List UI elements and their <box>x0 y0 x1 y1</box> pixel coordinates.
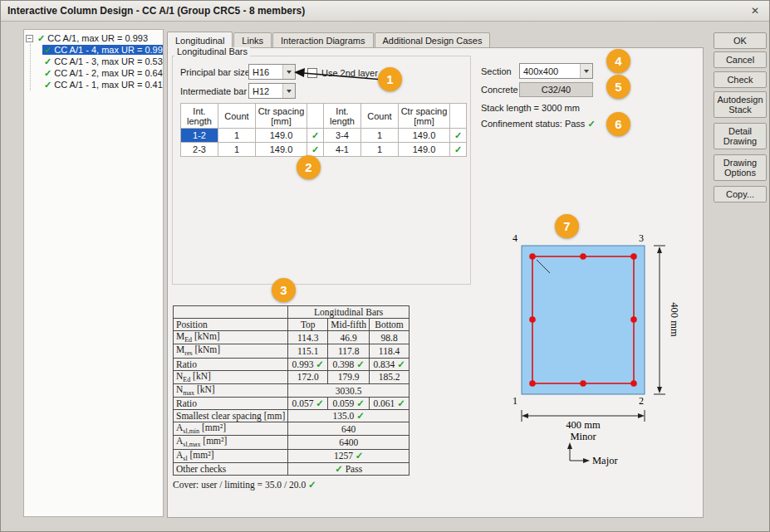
value-cell: 6400 <box>288 436 410 449</box>
blank-cell <box>174 306 288 319</box>
ctr-spacing-cell[interactable]: 149.0 <box>399 129 450 143</box>
int-length-cell[interactable]: 1-2 <box>181 129 218 143</box>
pass-check-icon: ✓ <box>44 56 51 66</box>
close-button[interactable]: ✕ <box>746 2 764 20</box>
ned-label: NEd [kN] <box>174 370 288 383</box>
results-group-title: Longitudinal Bars <box>288 306 410 319</box>
corner-2-label: 2 <box>639 395 644 407</box>
ctr-spacing-cell[interactable]: 149.0 <box>256 129 307 143</box>
arrow-down-icon <box>657 387 662 393</box>
concrete-button[interactable]: C32/40 <box>519 82 593 97</box>
table-row: Asl,min [mm²] 640 <box>174 422 410 436</box>
header-ctr-spacing: Ctr spacing [mm] <box>256 104 307 129</box>
ratio-label: Ratio <box>174 398 288 410</box>
stack-length-text: Stack length = 3000 mm <box>481 103 580 113</box>
header-ctr-spacing: Ctr spacing [mm] <box>399 104 450 129</box>
drawing-options-button[interactable]: Drawing Options <box>714 154 767 181</box>
tab-longitudinal[interactable]: Longitudinal <box>167 32 233 48</box>
ctr-spacing-cell[interactable]: 149.0 <box>399 143 450 157</box>
check-button[interactable]: Check <box>714 71 767 88</box>
table-row: Ratio 0.057 ✓ 0.059 ✓ 0.061 ✓ <box>174 398 410 410</box>
height-dimension <box>654 246 665 394</box>
pass-check-icon: ✓ <box>450 143 467 157</box>
copy-button[interactable]: Copy... <box>714 186 767 203</box>
pass-check-icon: ✓ <box>587 119 595 129</box>
section-select[interactable]: 400x400 <box>519 63 593 79</box>
tree-item-label: CC A/1 - 3, max UR = 0.535 <box>54 56 164 66</box>
tab-links[interactable]: Links <box>233 32 272 47</box>
member-tree: −✓ CC A/1, max UR = 0.993 ✓ CC A/1 - 4, … <box>23 29 164 517</box>
value-cell: 0.059 ✓ <box>328 398 370 410</box>
value-cell: 3030.5 <box>288 383 410 397</box>
confinement-status-text: Confinement status: Pass ✓ <box>481 119 596 129</box>
int-length-cell[interactable]: 3-4 <box>324 129 361 143</box>
col-header-mid-fifth: Mid-fifth <box>328 319 370 331</box>
count-cell[interactable]: 1 <box>218 129 256 143</box>
pass-check-icon: ✓ <box>44 80 51 90</box>
table-row: Longitudinal Bars <box>174 306 410 319</box>
pass-check-icon: ✓ <box>44 45 51 55</box>
pass-check-icon: ✓ <box>308 480 316 490</box>
value-cell: 640 <box>288 422 410 436</box>
header-status <box>450 104 467 129</box>
corner-3-label: 3 <box>639 232 644 244</box>
clear-spacing-label: Smallest clear spacing [mm] <box>174 410 288 422</box>
chevron-down-icon[interactable] <box>580 64 592 78</box>
col-header-bottom: Bottom <box>370 319 410 331</box>
table-row: NEd [kN] 172.0 179.9 185.2 <box>174 370 410 383</box>
tree-root[interactable]: −✓ CC A/1, max UR = 0.993 <box>26 32 161 44</box>
int-length-cell[interactable]: 2-3 <box>181 143 218 157</box>
header-int-length: Int. length <box>324 104 361 129</box>
header-count: Count <box>361 104 399 129</box>
tree-collapse-icon[interactable]: − <box>26 35 33 42</box>
count-cell[interactable]: 1 <box>361 129 399 143</box>
ok-button[interactable]: OK <box>714 32 767 49</box>
int-length-cell[interactable]: 4-1 <box>324 143 361 157</box>
tab-additional-design-cases[interactable]: Additional Design Cases <box>375 32 491 47</box>
cover-note: Cover: user / limiting = 35.0 / 20.0 ✓ <box>173 479 316 491</box>
ctr-spacing-cell[interactable]: 149.0 <box>256 143 307 157</box>
minor-axis-label: Minor <box>570 431 596 442</box>
detail-drawing-button[interactable]: Detail Drawing <box>714 123 767 149</box>
pass-check-icon: ✓ <box>307 143 324 157</box>
column-section-diagram: 4 3 1 2 400 mm 400 mm Minor Major <box>487 215 703 481</box>
value-cell: 0.993 ✓ <box>288 358 328 370</box>
autodesign-stack-button[interactable]: Autodesign Stack <box>714 91 767 118</box>
value-cell: 1257 ✓ <box>288 449 410 462</box>
arrow-right-icon <box>583 458 590 463</box>
table-row: MEd [kNm] 114.3 46.9 98.8 <box>174 331 410 344</box>
table-row: Ratio 0.993 ✓ 0.398 ✓ 0.834 ✓ <box>174 358 410 370</box>
cancel-button[interactable]: Cancel <box>714 51 767 68</box>
nmax-label: Nmax [kN] <box>174 383 288 397</box>
value-cell: 117.8 <box>328 344 370 358</box>
col-header-top: Top <box>288 319 328 331</box>
arrow-up-icon <box>567 442 572 449</box>
principal-bar-size-select[interactable]: H16 <box>248 64 296 80</box>
asl-max-label: Asl,max [mm²] <box>174 436 288 449</box>
corner-4-label: 4 <box>513 232 517 244</box>
tree-item-stack-4[interactable]: ✓ CC A/1 - 4, max UR = 0.993 <box>42 44 161 56</box>
bar-spacing-table: Int. length Count Ctr spacing [mm] Int. … <box>180 103 467 157</box>
count-cell[interactable]: 1 <box>218 143 256 157</box>
other-checks-label: Other checks <box>174 463 288 476</box>
table-row: Asl [mm²] 1257 ✓ <box>174 449 410 462</box>
value-cell: 98.8 <box>370 331 410 344</box>
value-cell: 179.9 <box>328 370 370 383</box>
table-row: Smallest clear spacing [mm] 135.0 ✓ <box>174 410 410 422</box>
tree-item-stack-2[interactable]: ✓ CC A/1 - 2, max UR = 0.647 <box>42 67 161 79</box>
title-bar[interactable]: Interactive Column Design - CC A/1 (Grou… <box>1 1 769 22</box>
table-header-row: Int. length Count Ctr spacing [mm] Int. … <box>181 104 467 129</box>
mres-label: Mres [kNm] <box>174 344 288 358</box>
value-cell: 114.3 <box>288 331 328 344</box>
intermediate-bar-size-select[interactable]: H12 <box>248 83 296 99</box>
tree-item-stack-3[interactable]: ✓ CC A/1 - 3, max UR = 0.535 <box>42 56 161 67</box>
pass-check-icon: ✓ <box>37 33 45 43</box>
callout-3: 3 <box>272 278 296 302</box>
tree-item-stack-1[interactable]: ✓ CC A/1 - 1, max UR = 0.417 <box>42 79 161 90</box>
value-cell: 0.398 ✓ <box>328 358 370 370</box>
count-cell[interactable]: 1 <box>361 143 399 157</box>
window-title: Interactive Column Design - CC A/1 (Grou… <box>7 1 305 22</box>
corner-1-label: 1 <box>513 395 517 407</box>
tab-interaction-diagrams[interactable]: Interaction Diagrams <box>272 32 374 47</box>
tree-children: ✓ CC A/1 - 4, max UR = 0.993 ✓ CC A/1 - … <box>30 44 161 90</box>
